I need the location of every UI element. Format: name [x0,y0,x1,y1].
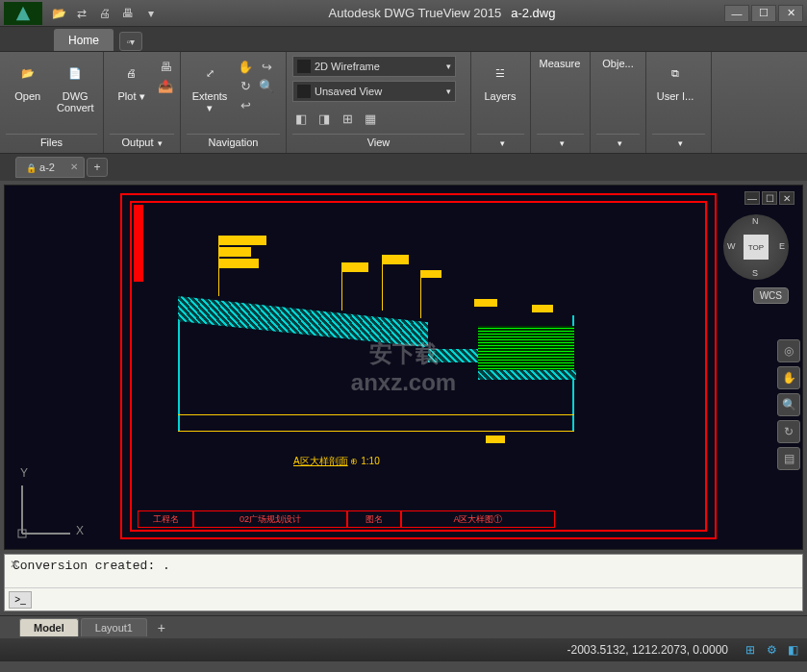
visual-style-combo[interactable]: 2D Wireframe ▾ [292,56,456,77]
viewport-maximize[interactable]: ☐ [762,191,777,205]
maximize-button[interactable]: ☐ [751,5,776,22]
ribbon-focus-toggle[interactable]: ▫▾ [119,32,142,51]
app-menu-button[interactable] [4,2,42,25]
titleblock-cell: 工程名 [138,510,193,528]
statusbar-icon-3[interactable]: ◧ [784,641,801,659]
named-view-combo[interactable]: Unsaved View ▾ [292,81,456,102]
lock-icon: 🔒 [26,163,37,173]
panel-object: Obje... ▾ [591,52,646,153]
panel-navigation: ⤢ Extents ▾ ✋ ↻ ↩ ↪ 🔍 Navigation [181,52,287,153]
callout-flag [341,262,368,272]
add-layout-icon[interactable]: + [153,619,170,636]
close-tab-icon[interactable]: ✕ [70,162,78,172]
drawing-inner-frame [130,201,707,532]
plot-button[interactable]: 🖨 Plot ▾ [110,56,153,104]
leader [420,270,421,318]
panel-title-measure[interactable]: ▾ [537,134,584,153]
minimize-button[interactable]: — [724,5,749,22]
pan-tool-icon[interactable]: ✋ [777,366,800,389]
new-drawing-tab[interactable]: + [87,158,108,177]
statusbar-icon-1[interactable]: ⊞ [742,641,759,659]
statusbar-icon-2[interactable]: ⚙ [763,641,780,659]
view-icon-2[interactable]: ◨ [315,110,333,127]
open-button[interactable]: 📂 Open [6,56,50,104]
panel-title-output[interactable]: Output▾ [110,134,174,153]
titlebar: 📂 ⇄ 🖨 🖶 ▾ Autodesk DWG TrueView 2015 a-2… [0,0,807,27]
viewcube-top[interactable]: TOP [744,235,769,260]
layers-icon: ☱ [485,58,516,88]
close-button[interactable]: ✕ [778,5,803,22]
zoom-tool-icon[interactable]: 🔍 [777,393,800,416]
leader [218,236,219,296]
viewport-minimize[interactable]: — [744,191,760,205]
hatch-planting [478,326,574,372]
view-icon-3[interactable]: ⊞ [339,110,356,127]
zoom-window-icon[interactable]: 🔍 [258,77,275,94]
titlebar-stub [134,205,143,282]
layers-button[interactable]: ☱ Layers [477,56,523,104]
named-view-icon [297,85,311,98]
ground-line [178,414,574,415]
panel-title-view: View [292,134,465,153]
panel-view: 2D Wireframe ▾ Unsaved View ▾ ◧ ◨ ⊞ ▦ Vi… [287,52,471,153]
panel-title-object[interactable]: ▾ [596,134,640,153]
page-setup-icon[interactable]: 🖶 [157,58,174,75]
leader [341,262,342,311]
callout-flag [218,236,266,245]
callout-flag [474,299,497,307]
viewcube[interactable]: TOP N S E W [723,214,789,280]
orbit-icon[interactable]: ↻ [237,77,254,94]
qat-dropdown-icon[interactable]: ▾ [142,5,160,22]
steering-wheel-icon[interactable]: ◎ [777,339,800,362]
orbit-tool-icon[interactable]: ↻ [777,420,800,443]
window-controls: — ☐ ✕ [724,5,803,22]
pan-icon[interactable]: ✋ [237,58,254,75]
view-icon-4[interactable]: ▦ [362,110,379,127]
titleblock-cell: 图名 [347,510,401,528]
dwg-convert-button[interactable]: 📄 DWG Convert [54,56,98,115]
navigation-bar: ◎ ✋ 🔍 ↻ ▤ [777,339,800,470]
panel-measure: Measure ▾ [531,52,591,153]
panel-output: 🖨 Plot ▾ 🖶 📤 Output▾ [104,52,181,153]
print-preview-icon[interactable]: 🖶 [119,5,137,22]
drawing-canvas[interactable]: A区大样剖面 ⊕ 1:10 工程名 02广场规划设计 图名 A区大样图① X Y… [4,185,803,550]
command-prompt-icon[interactable]: >_ [9,591,32,609]
layout-tab-model[interactable]: Model [19,618,79,636]
drawing-tab[interactable]: 🔒 a-2 ✕ [15,157,85,178]
export-icon[interactable]: 📤 [157,77,174,94]
ui-icon: ⧉ [660,58,691,88]
hatch-base [478,370,576,380]
titleblock-cell: 02广场规划设计 [193,510,347,528]
cmdline-close-icon[interactable]: ✕ [10,558,23,571]
panel-title-files: Files [6,134,97,153]
ribbon-tab-row: Home ▫▾ [0,27,807,52]
chevron-down-icon: ▾ [446,87,451,96]
extents-button[interactable]: ⤢ Extents ▾ [187,56,233,115]
showmotion-icon[interactable]: ▤ [777,447,800,470]
viewport-close[interactable]: ✕ [779,191,794,205]
callout-flag [420,270,441,278]
view-icon-1[interactable]: ◧ [292,110,310,127]
layout-tab-layout1[interactable]: Layout1 [81,618,147,636]
panel-title-layers[interactable]: ▾ [477,134,524,153]
ribbon-tab-home[interactable]: Home [54,29,113,51]
dwg-convert-icon: 📄 [60,58,90,88]
viewport-controls: — ☐ ✕ [744,191,794,205]
command-input[interactable] [36,593,798,607]
convert-icon[interactable]: ⇄ [73,5,90,22]
drawing-scale: A区大样剖面 ⊕ 1:10 [293,455,380,468]
svg-marker-0 [16,6,30,19]
open-icon[interactable]: 📂 [50,5,67,22]
measure-button[interactable]: Measure [537,56,583,71]
wcs-badge[interactable]: WCS [753,287,789,304]
forward-icon[interactable]: ↪ [258,58,275,75]
back-icon[interactable]: ↩ [237,96,254,113]
leader [382,255,383,311]
user-interface-button[interactable]: ⧉ User I... [652,56,698,104]
drawing-tabs: 🔒 a-2 ✕ + [0,154,807,181]
plot-icon[interactable]: 🖨 [96,5,113,22]
panel-title-user[interactable]: ▾ [652,134,705,153]
object-button[interactable]: Obje... [596,56,640,71]
callout-flag [218,247,251,257]
app-name: Autodesk DWG TrueView 2015 [329,6,502,20]
